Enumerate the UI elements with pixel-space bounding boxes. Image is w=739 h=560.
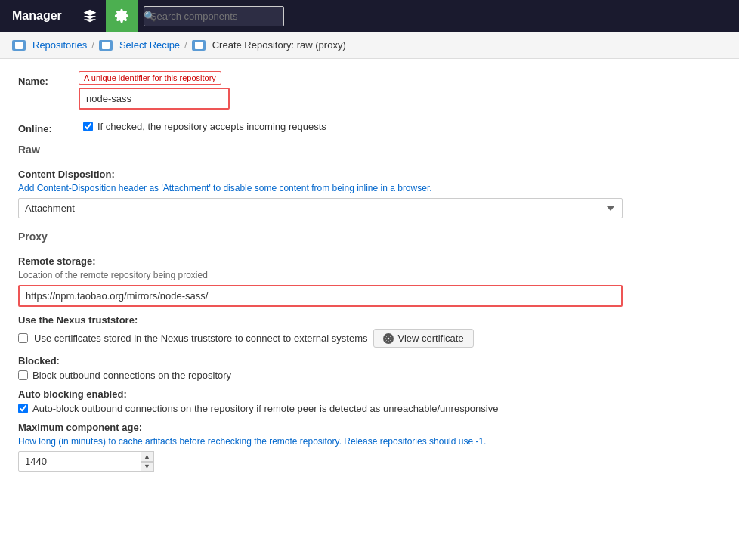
view-certificate-label: View certificate (397, 333, 463, 344)
max-age-input-wrapper: ▲ ▼ (18, 451, 154, 472)
raw-section-header: Raw (18, 144, 721, 159)
navbar: Manager 🔍 (0, 0, 739, 32)
online-checkbox[interactable] (83, 122, 93, 131)
brand-title: Manager (0, 9, 74, 23)
max-age-input[interactable] (18, 451, 154, 472)
svg-rect-0 (15, 42, 23, 49)
max-age-header: Maximum component age: (18, 422, 721, 433)
breadcrumb-select-recipe[interactable]: Select Recipe (119, 39, 180, 51)
spinner-down-button[interactable]: ▼ (141, 462, 154, 472)
online-control-wrapper: If checked, the repository accepts incom… (83, 121, 326, 132)
create-repo-icon (192, 40, 206, 51)
proxy-section-header: Proxy (18, 230, 721, 246)
blocked-header: Blocked: (18, 355, 721, 367)
remote-storage-header: Remote storage: (18, 255, 721, 267)
remote-url-wrapper (18, 285, 623, 307)
repos-icon (12, 40, 26, 51)
view-certificate-button[interactable]: View certificate (373, 329, 473, 348)
truststore-checkbox[interactable] (18, 333, 28, 343)
online-checkbox-label: If checked, the repository accepts incom… (97, 121, 326, 132)
truststore-section: Use the Nexus truststore: Use certificat… (18, 314, 721, 348)
auto-blocking-checkbox[interactable] (18, 404, 28, 413)
content-disposition-header: Content Disposition: (18, 169, 721, 180)
content-disposition-section: Content Disposition: Add Content-Disposi… (18, 169, 721, 218)
spinner-buttons: ▲ ▼ (141, 451, 154, 472)
name-row: Name: A unique identifier for this repos… (18, 71, 721, 110)
online-row: Online: If checked, the repository accep… (18, 119, 721, 135)
search-input[interactable] (144, 6, 284, 26)
name-input[interactable] (79, 88, 230, 110)
main-content: Name: A unique identifier for this repos… (0, 59, 739, 491)
svg-rect-1 (102, 42, 110, 49)
max-age-helper: How long (in minutes) to cache artifacts… (18, 436, 721, 447)
breadcrumb-repositories[interactable]: Repositories (32, 39, 87, 51)
blocked-checkbox[interactable] (18, 370, 28, 380)
content-disposition-select[interactable]: Attachment Inline (18, 198, 623, 218)
blocked-section: Blocked: Block outbound connections on t… (18, 355, 721, 381)
spinner-up-button[interactable]: ▲ (141, 451, 154, 462)
remote-storage-helper: Location of the remote repository being … (18, 270, 721, 280)
truststore-checkbox-label: Use certificates stored in the Nexus tru… (34, 333, 367, 344)
name-label: Name: (18, 71, 79, 87)
truststore-header: Use the Nexus truststore: (18, 314, 721, 326)
cube-icon-btn[interactable] (74, 0, 106, 32)
auto-blocking-checkbox-label: Auto-block outbound connections on the r… (32, 403, 498, 414)
online-label: Online: (18, 119, 79, 135)
remote-storage-section: Remote storage: Location of the remote r… (18, 255, 721, 307)
content-disposition-helper: Add Content-Disposition header as 'Attac… (18, 183, 721, 193)
blocked-row: Block outbound connections on the reposi… (18, 370, 721, 381)
auto-blocking-row: Auto-block outbound connections on the r… (18, 403, 721, 414)
gear-icon-btn[interactable] (106, 0, 138, 32)
name-input-wrapper (79, 88, 230, 110)
name-control-wrapper: A unique identifier for this repository (79, 71, 721, 110)
svg-rect-2 (195, 42, 203, 49)
blocked-checkbox-label: Block outbound connections on the reposi… (32, 370, 231, 381)
cert-gear-icon (383, 333, 394, 344)
svg-point-3 (388, 337, 390, 339)
max-age-section: Maximum component age: How long (in minu… (18, 422, 721, 472)
auto-blocking-section: Auto blocking enabled: Auto-block outbou… (18, 388, 721, 414)
name-tooltip: A unique identifier for this repository (79, 71, 221, 85)
search-wrapper: 🔍 (138, 6, 284, 26)
recipe-icon (99, 40, 113, 51)
breadcrumb-current: Create Repository: raw (proxy) (212, 39, 346, 51)
truststore-row: Use certificates stored in the Nexus tru… (18, 329, 721, 348)
search-icon: 🔍 (144, 11, 156, 22)
remote-storage-input[interactable] (18, 285, 623, 307)
breadcrumb: Repositories / Select Recipe / Create Re… (0, 32, 739, 59)
auto-blocking-header: Auto blocking enabled: (18, 388, 721, 400)
